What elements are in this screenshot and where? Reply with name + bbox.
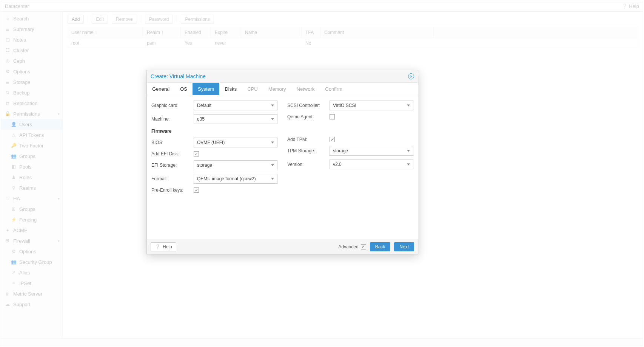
- version-select[interactable]: v2.0: [330, 160, 413, 169]
- format-value: QEMU image format (qcow2): [197, 176, 256, 181]
- tab-os[interactable]: OS: [175, 83, 193, 95]
- create-vm-dialog: Create: Virtual Machine ✕ GeneralOSSyste…: [146, 70, 418, 254]
- version-label: Version:: [287, 162, 327, 167]
- pre-enroll-keys-label: Pre-Enroll keys:: [151, 187, 191, 193]
- dialog-tabs: GeneralOSSystemDisksCPUMemoryNetworkConf…: [147, 82, 418, 95]
- graphic-card-label: Graphic card:: [151, 103, 191, 108]
- graphic-card-value: Default: [197, 103, 211, 108]
- tpm-storage-label: TPM Storage:: [287, 148, 327, 153]
- dialog-help-button[interactable]: ❔ Help: [151, 242, 176, 251]
- scsi-controller-value: VirtIO SCSI: [333, 103, 356, 108]
- tab-general[interactable]: General: [147, 83, 175, 95]
- tab-network: Network: [291, 83, 320, 95]
- advanced-checkbox[interactable]: ✓: [361, 244, 366, 249]
- format-select[interactable]: QEMU image format (qcow2): [194, 174, 277, 184]
- tab-disks[interactable]: Disks: [219, 83, 242, 95]
- version-value: v2.0: [333, 162, 342, 167]
- add-tpm-label: Add TPM:: [287, 137, 327, 142]
- machine-label: Machine:: [151, 116, 191, 122]
- advanced-label: Advanced: [338, 244, 358, 249]
- dialog-body: Graphic card: Default Machine: q35 Firmw…: [147, 95, 418, 239]
- graphic-card-select[interactable]: Default: [194, 101, 277, 110]
- machine-value: q35: [197, 116, 205, 122]
- tpm-storage-select[interactable]: storage: [330, 146, 413, 156]
- tab-system[interactable]: System: [193, 83, 219, 95]
- advanced-toggle[interactable]: Advanced ✓: [338, 244, 366, 249]
- firmware-heading: Firmware: [151, 129, 277, 134]
- bios-label: BIOS:: [151, 140, 191, 145]
- close-icon[interactable]: ✕: [408, 73, 414, 79]
- next-button[interactable]: Next: [394, 242, 414, 251]
- scsi-controller-select[interactable]: VirtIO SCSI: [330, 101, 413, 110]
- efi-storage-value: storage: [197, 163, 212, 168]
- add-efi-disk-label: Add EFI Disk:: [151, 151, 191, 156]
- machine-select[interactable]: q35: [194, 114, 277, 124]
- qemu-agent-label: Qemu Agent:: [287, 114, 327, 119]
- tpm-storage-value: storage: [333, 148, 348, 153]
- dialog-footer: ❔ Help Advanced ✓ Back Next: [147, 239, 418, 254]
- bios-select[interactable]: OVMF (UEFI): [194, 138, 277, 147]
- dialog-title: Create: Virtual Machine: [151, 73, 206, 79]
- bios-value: OVMF (UEFI): [197, 140, 225, 145]
- help-icon: ❔: [155, 244, 160, 249]
- qemu-agent-checkbox[interactable]: [330, 114, 335, 119]
- scsi-controller-label: SCSI Controller:: [287, 103, 327, 108]
- add-efi-disk-checkbox[interactable]: ✓: [194, 151, 199, 156]
- back-button[interactable]: Back: [370, 242, 391, 251]
- tab-cpu: CPU: [242, 83, 263, 95]
- dialog-help-label: Help: [163, 244, 172, 249]
- add-tpm-checkbox[interactable]: ✓: [330, 137, 335, 142]
- pre-enroll-keys-checkbox[interactable]: ✓: [194, 187, 199, 193]
- dialog-titlebar: Create: Virtual Machine ✕: [147, 70, 418, 82]
- tab-memory: Memory: [263, 83, 291, 95]
- efi-storage-label: EFI Storage:: [151, 163, 191, 168]
- efi-storage-select[interactable]: storage: [194, 160, 277, 170]
- format-label: Format:: [151, 176, 191, 181]
- tab-confirm: Confirm: [320, 83, 348, 95]
